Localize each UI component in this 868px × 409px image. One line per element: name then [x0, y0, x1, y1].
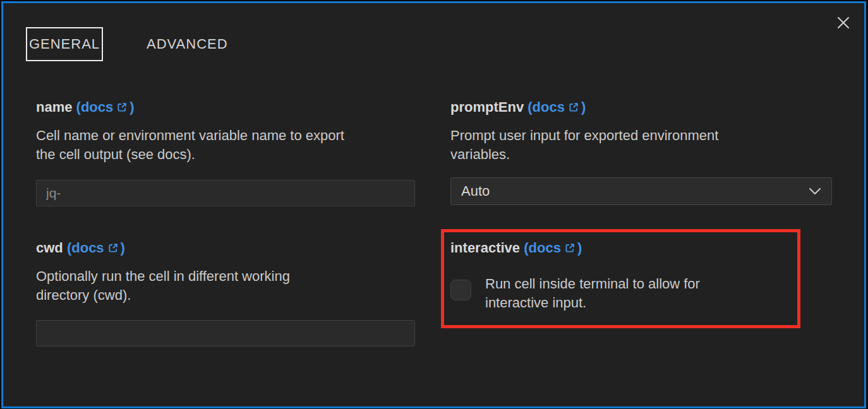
field-name-docs-link[interactable]: (docs) — [76, 99, 135, 115]
field-name: name (docs) Cell name or environment var… — [36, 98, 415, 206]
tab-general[interactable]: GENERAL — [26, 27, 103, 61]
interactive-checkbox[interactable] — [450, 280, 471, 300]
name-input[interactable] — [36, 180, 415, 206]
docs-link-text: (docs — [527, 99, 565, 115]
field-cwd-label: cwd — [36, 240, 63, 256]
description-line: the cell output (see docs). — [36, 145, 415, 164]
checkbox-label-line: interactive input. — [485, 293, 700, 312]
field-promptenv-label: promptEnv — [450, 99, 524, 115]
docs-link-text: (docs — [524, 240, 561, 256]
description-line: variables. — [450, 145, 832, 164]
field-interactive-label: interactive — [450, 240, 520, 256]
external-link-icon — [116, 102, 128, 113]
field-promptenv-description: Prompt user input for exported environme… — [450, 126, 832, 164]
field-interactive: interactive (docs) Run cell inside termi… — [450, 239, 832, 312]
description-line: directory (cwd). — [36, 286, 415, 305]
interactive-checkbox-row: Run cell inside terminal to allow for in… — [450, 275, 832, 312]
field-cwd-docs-link[interactable]: (docs) — [67, 240, 125, 256]
docs-link-text: (docs — [76, 99, 114, 115]
modal-overlay: GENERAL ADVANCED name (docs) Cell name o… — [0, 0, 868, 409]
cell-configuration-dialog: GENERAL ADVANCED name (docs) Cell name o… — [1, 1, 866, 408]
docs-link-text: (docs — [67, 240, 104, 256]
external-link-icon — [568, 102, 579, 113]
cwd-input[interactable] — [36, 320, 415, 347]
description-line: Optionally run the cell in different wor… — [36, 267, 415, 286]
field-promptenv-label-row: promptEnv (docs) — [450, 98, 832, 117]
description-line: Prompt user input for exported environme… — [450, 126, 832, 145]
field-cwd-description: Optionally run the cell in different wor… — [36, 267, 415, 305]
close-icon — [836, 15, 851, 30]
tab-advanced[interactable]: ADVANCED — [145, 27, 229, 61]
field-cwd-label-row: cwd (docs) — [36, 239, 415, 258]
field-interactive-docs-link[interactable]: (docs) — [524, 240, 582, 256]
external-link-icon — [564, 242, 576, 254]
chevron-down-icon — [809, 187, 821, 195]
field-promptenv-docs-link[interactable]: (docs) — [527, 99, 586, 115]
external-link-icon — [107, 242, 119, 254]
description-line: Cell name or environment variable name t… — [36, 126, 415, 145]
docs-link-close: ) — [121, 240, 125, 256]
tab-bar: GENERAL ADVANCED — [26, 27, 229, 61]
docs-link-close: ) — [130, 99, 134, 115]
docs-link-close: ) — [577, 240, 582, 256]
interactive-checkbox-label: Run cell inside terminal to allow for in… — [485, 275, 700, 312]
field-name-label: name — [36, 99, 72, 115]
field-cwd: cwd (docs) Optionally run the cell in di… — [36, 239, 415, 347]
docs-link-close: ) — [581, 99, 586, 115]
field-name-label-row: name (docs) — [36, 98, 415, 117]
close-button[interactable] — [834, 13, 853, 32]
field-name-description: Cell name or environment variable name t… — [36, 126, 415, 164]
promptenv-selected-value: Auto — [461, 183, 490, 199]
field-promptenv: promptEnv (docs) Prompt user input for e… — [450, 98, 832, 205]
promptenv-select[interactable]: Auto — [450, 177, 832, 205]
checkbox-label-line: Run cell inside terminal to allow for — [485, 275, 700, 293]
field-interactive-label-row: interactive (docs) — [450, 239, 832, 258]
